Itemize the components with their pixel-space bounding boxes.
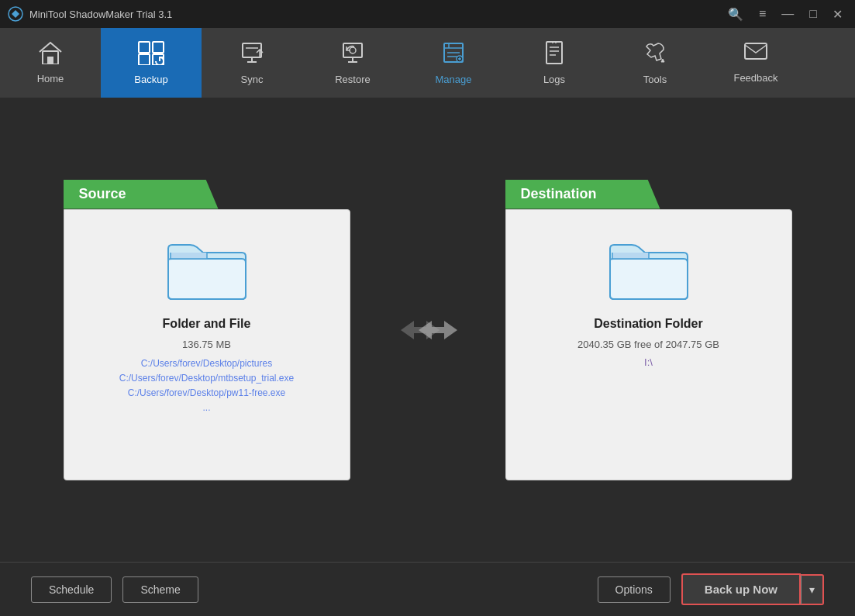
source-title: Folder and File — [163, 317, 251, 331]
minimize-button[interactable]: — — [777, 5, 798, 23]
svg-rect-3 — [139, 42, 150, 53]
titlebar-left: MiniTool ShadowMaker Trial 3.1 — [8, 6, 172, 22]
nav-item-logs[interactable]: Logs — [504, 28, 605, 98]
search-button[interactable]: 🔍 — [723, 5, 748, 23]
chevron-down-icon — [809, 584, 815, 596]
svg-rect-4 — [153, 42, 164, 53]
source-size: 136.75 MB — [182, 339, 231, 350]
menu-button[interactable]: ≡ — [754, 5, 771, 23]
restore-icon — [340, 40, 365, 69]
svg-rect-2 — [47, 57, 53, 64]
source-path-ellipsis: ... — [119, 401, 294, 415]
svg-rect-5 — [139, 54, 150, 65]
schedule-button[interactable]: Schedule — [31, 576, 112, 603]
sync-icon — [240, 40, 264, 69]
source-folder-icon — [164, 233, 250, 303]
nav-item-sync[interactable]: Sync — [202, 28, 302, 98]
options-button[interactable]: Options — [598, 576, 671, 603]
destination-header: Destination — [505, 180, 660, 209]
source-path-1: C:/Users/forev/Desktop/pictures — [119, 356, 294, 371]
manage-icon — [441, 40, 466, 69]
nav-item-tools[interactable]: Tools — [605, 28, 705, 98]
source-header: Source — [64, 180, 219, 209]
source-card-wrapper: Source Folder and File 136.75 MB C:/User… — [64, 180, 350, 480]
svg-rect-6 — [153, 54, 164, 65]
svg-rect-25 — [745, 43, 767, 59]
scheme-button[interactable]: Scheme — [122, 576, 198, 603]
tools-icon — [643, 40, 667, 69]
maximize-button[interactable]: □ — [805, 5, 822, 23]
home-icon — [38, 41, 63, 68]
titlebar-controls: 🔍 ≡ — □ ✕ — [723, 5, 847, 23]
svg-point-10 — [350, 47, 356, 53]
destination-folder-icon — [606, 233, 691, 303]
feedback-icon — [743, 42, 768, 67]
bottombar: Schedule Scheme Options Back up Now — [0, 562, 855, 616]
main-content: Source Folder and File 136.75 MB C:/User… — [0, 98, 855, 562]
nav-item-home[interactable]: Home — [0, 28, 101, 98]
nav-label-sync: Sync — [241, 74, 264, 85]
source-path-2: C:/Users/forev/Desktop/mtbsetup_trial.ex… — [119, 371, 294, 386]
backup-now-dropdown-button[interactable] — [801, 574, 824, 605]
nav-label-manage: Manage — [436, 74, 472, 85]
nav-label-logs: Logs — [543, 74, 565, 85]
svg-rect-19 — [546, 42, 562, 64]
nav-item-manage[interactable]: Manage — [403, 28, 504, 98]
destination-card[interactable]: Destination Folder 2040.35 GB free of 20… — [505, 209, 792, 480]
source-card[interactable]: Folder and File 136.75 MB C:/Users/forev… — [64, 209, 350, 480]
titlebar: MiniTool ShadowMaker Trial 3.1 🔍 ≡ — □ ✕ — [0, 0, 855, 28]
nav-label-feedback: Feedback — [733, 72, 777, 84]
destination-path: I:\ — [644, 356, 653, 368]
app-logo-icon — [8, 6, 23, 22]
backup-icon — [137, 40, 165, 69]
arrow-indicator — [397, 315, 459, 346]
nav-item-feedback[interactable]: Feedback — [705, 28, 806, 98]
bottombar-right: Options Back up Now — [598, 573, 824, 605]
logs-icon — [542, 40, 567, 69]
destination-title: Destination Folder — [594, 317, 702, 331]
bottombar-left: Schedule Scheme — [31, 576, 198, 603]
nav-label-home: Home — [37, 73, 64, 84]
titlebar-title: MiniTool ShadowMaker Trial 3.1 — [29, 9, 172, 20]
navbar: Home Backup Sync — [0, 28, 855, 98]
nav-label-restore: Restore — [335, 74, 371, 85]
nav-item-restore[interactable]: Restore — [302, 28, 403, 98]
destination-free-space: 2040.35 GB free of 2047.75 GB — [577, 339, 719, 350]
nav-item-backup[interactable]: Backup — [101, 28, 202, 98]
nav-label-tools: Tools — [643, 74, 667, 85]
backup-now-button[interactable]: Back up Now — [681, 573, 801, 605]
source-path-3: C:/Users/forev/Desktop/pw11-free.exe — [119, 386, 294, 401]
nav-label-backup: Backup — [134, 74, 167, 85]
destination-card-wrapper: Destination Destination Folder 2040.35 G… — [505, 180, 792, 480]
source-paths: C:/Users/forev/Desktop/pictures C:/Users… — [119, 356, 294, 416]
close-button[interactable]: ✕ — [828, 5, 847, 23]
